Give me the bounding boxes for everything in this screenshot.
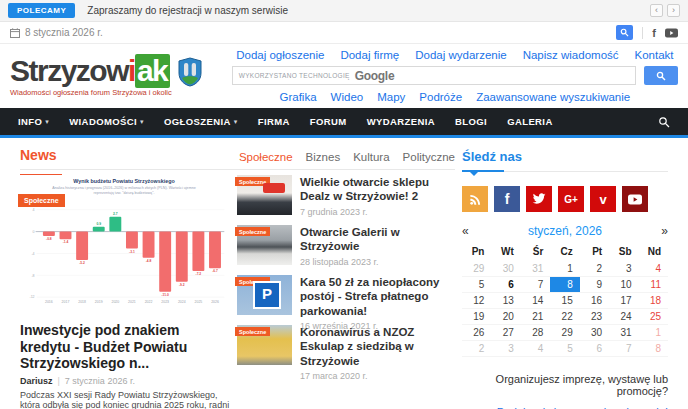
header-link[interactable]: Dodaj ogłoszenie xyxy=(236,49,324,61)
filter-kultura[interactable]: Kultura xyxy=(353,151,389,163)
calendar-day[interactable]: 17 xyxy=(609,293,638,309)
calendar-day[interactable]: 13 xyxy=(491,293,520,309)
filter-biznes[interactable]: Biznes xyxy=(306,151,341,163)
calendar-day[interactable]: 19 xyxy=(462,309,491,325)
list-item[interactable]: SpołeczneWielkie otwarcie sklepu Dealz w… xyxy=(237,175,455,215)
header-link[interactable]: Dodaj wydarzenie xyxy=(415,49,506,61)
calendar-day[interactable]: 4 xyxy=(639,261,668,277)
calendar-day[interactable]: 29 xyxy=(462,261,491,277)
list-item[interactable]: SpołeczneKara 50 zł za nieopłacony postó… xyxy=(237,275,455,315)
nav-item-forum[interactable]: FORUM xyxy=(300,107,357,137)
list-item[interactable]: SpołeczneKoronawirus a NZOZ Eskulap z si… xyxy=(237,325,455,365)
vimeo-icon[interactable]: v xyxy=(590,186,616,212)
facebook-icon[interactable]: f xyxy=(652,27,656,39)
calendar-day[interactable]: 6 xyxy=(580,341,609,357)
calendar-prev-icon[interactable]: « xyxy=(462,224,482,238)
article-title[interactable]: Wielkie otwarcie sklepu Dealz w Strzyżow… xyxy=(300,175,455,204)
calendar-title[interactable]: styczeń, 2026 xyxy=(482,224,648,238)
promo-text-link[interactable]: Zapraszamy do rejestracji w naszym serwi… xyxy=(87,5,288,16)
calendar-day[interactable]: 24 xyxy=(609,309,638,325)
article-title[interactable]: Otwarcie Galerii w Strzyżowie xyxy=(300,225,455,254)
nav-item-wydarzenia[interactable]: WYDARZENIA xyxy=(357,107,445,137)
list-item[interactable]: SpołeczneOtwarcie Galerii w Strzyżowie28… xyxy=(237,225,455,265)
youtube-icon[interactable] xyxy=(622,186,648,212)
calendar-day[interactable]: 8 xyxy=(639,341,668,357)
header-search-button[interactable] xyxy=(644,66,678,85)
calendar-day[interactable]: 3 xyxy=(609,261,638,277)
nav-item-wiadomości[interactable]: WIADOMOŚCI▾ xyxy=(59,107,154,137)
calendar-day[interactable]: 7 xyxy=(609,341,638,357)
calendar-day[interactable]: 21 xyxy=(521,309,550,325)
header-link[interactable]: Napisz wiadomość xyxy=(523,49,619,61)
filter-polityczne[interactable]: Polityczne xyxy=(403,151,455,163)
calendar-day[interactable]: 30 xyxy=(491,261,520,277)
search-sub-link[interactable]: Podróże xyxy=(419,91,462,103)
topbar-search-button[interactable] xyxy=(616,25,633,40)
featured-thumbnail[interactable]: Wynik budżetu Powiatu StrzyżowskiegoAnal… xyxy=(20,175,228,319)
search-sub-link[interactable]: Mapy xyxy=(377,91,405,103)
nav-item-galeria[interactable]: GALERIA xyxy=(497,107,563,137)
calendar-day[interactable]: 3 xyxy=(491,341,520,357)
featured-author[interactable]: Dariusz xyxy=(20,376,53,386)
header-link[interactable]: Dodaj firmę xyxy=(340,49,399,61)
calendar-day[interactable]: 6 xyxy=(491,277,520,293)
article-thumbnail[interactable]: Społeczne xyxy=(237,325,292,365)
calendar-next-icon[interactable]: » xyxy=(648,224,668,238)
nav-item-info[interactable]: INFO▾ xyxy=(8,107,59,137)
calendar-day[interactable]: 29 xyxy=(550,325,579,341)
google-search-input[interactable]: WYKORZYSTANO TECHNOLOGIĘ Google xyxy=(232,66,636,85)
calendar-day-name: Śr xyxy=(521,244,550,261)
nav-item-blogi[interactable]: BLOGI xyxy=(445,107,497,137)
calendar-day[interactable]: 5 xyxy=(462,277,491,293)
twitter-icon[interactable] xyxy=(526,186,552,212)
calendar-day[interactable]: 8 xyxy=(550,277,579,293)
calendar-day[interactable]: 28 xyxy=(521,325,550,341)
calendar-day[interactable]: 1 xyxy=(639,325,668,341)
calendar-day[interactable]: 10 xyxy=(609,277,638,293)
article-thumbnail[interactable]: Społeczne xyxy=(237,225,292,265)
filter-społeczne[interactable]: Społeczne xyxy=(239,151,293,163)
search-sub-link[interactable]: Grafika xyxy=(280,91,317,103)
calendar-day[interactable]: 11 xyxy=(639,277,668,293)
calendar-day[interactable]: 31 xyxy=(521,261,550,277)
promo-next-icon[interactable]: › xyxy=(667,4,680,17)
calendar-day[interactable]: 27 xyxy=(491,325,520,341)
site-logo[interactable]: Strzyzowiak Wiadomości ogłoszenia forum … xyxy=(10,56,202,97)
calendar-day[interactable]: 22 xyxy=(550,309,579,325)
calendar-day[interactable]: 7 xyxy=(521,277,550,293)
calendar-day[interactable]: 30 xyxy=(580,325,609,341)
header-link[interactable]: Kontakt xyxy=(635,49,674,61)
nav-search-button[interactable] xyxy=(648,116,680,128)
nav-item-firma[interactable]: FIRMA xyxy=(248,107,300,137)
calendar-day[interactable]: 23 xyxy=(580,309,609,325)
calendar-day[interactable]: 9 xyxy=(580,277,609,293)
featured-title[interactable]: Inwestycje pod znakiem kredytu - Budżet … xyxy=(20,322,230,372)
calendar-day[interactable]: 14 xyxy=(521,293,550,309)
promo-prev-icon[interactable]: ‹ xyxy=(650,4,663,17)
calendar-day[interactable]: 31 xyxy=(609,325,638,341)
calendar-day[interactable]: 12 xyxy=(462,293,491,309)
calendar-day[interactable]: 20 xyxy=(491,309,520,325)
article-thumbnail[interactable]: Społeczne xyxy=(237,275,292,315)
calendar-day[interactable]: 2 xyxy=(580,261,609,277)
article-title[interactable]: Kara 50 zł za nieopłacony postój - Stref… xyxy=(300,275,455,318)
google-plus-icon[interactable]: G+ xyxy=(558,186,584,212)
article-title[interactable]: Koronawirus a NZOZ Eskulap z siedzibą w … xyxy=(300,325,455,368)
calendar-day[interactable]: 25 xyxy=(639,309,668,325)
facebook-icon[interactable]: f xyxy=(494,186,520,212)
article-thumbnail[interactable]: Społeczne xyxy=(237,175,292,215)
search-sub-link[interactable]: Wideo xyxy=(331,91,364,103)
calendar-day[interactable]: 18 xyxy=(639,293,668,309)
rss-icon[interactable] xyxy=(462,186,488,212)
calendar-day[interactable]: 4 xyxy=(521,341,550,357)
calendar-day[interactable]: 1 xyxy=(550,261,579,277)
calendar-day[interactable]: 15 xyxy=(550,293,579,309)
calendar-day[interactable]: 5 xyxy=(550,341,579,357)
calendar-day[interactable]: 26 xyxy=(462,325,491,341)
calendar-day[interactable]: 16 xyxy=(580,293,609,309)
calendar-day[interactable]: 2 xyxy=(462,341,491,357)
tab-news[interactable]: News xyxy=(20,147,57,163)
search-sub-link[interactable]: Zaawansowane wyszukiwanie xyxy=(476,91,630,103)
nav-item-ogłoszenia[interactable]: OGŁOSZENIA▾ xyxy=(154,107,248,137)
youtube-icon[interactable] xyxy=(665,28,678,38)
